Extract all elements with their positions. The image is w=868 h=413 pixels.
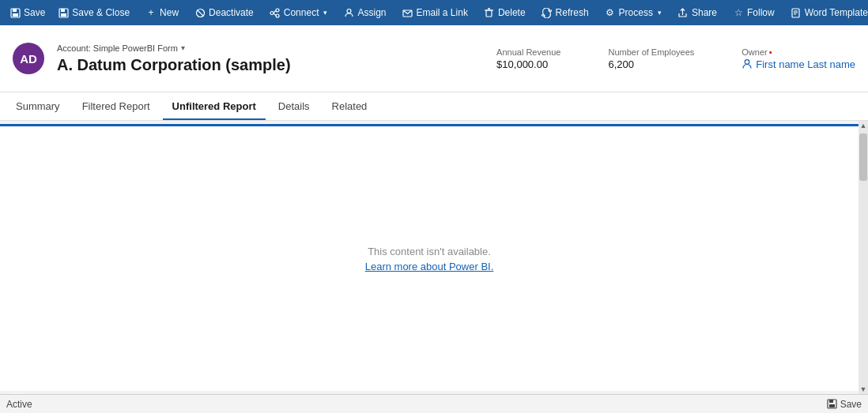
svg-rect-25 (829, 400, 833, 403)
annual-revenue-field: Annual Revenue $10,000.00 (496, 47, 560, 70)
process-icon: ⚙ (605, 7, 616, 18)
delete-icon (484, 7, 495, 18)
share-button[interactable]: Share (671, 0, 723, 25)
share-icon (677, 7, 689, 18)
account-info: Account: Simple PowerBI Form ▾ A. Datum … (57, 43, 484, 74)
svg-point-10 (276, 14, 279, 17)
employees-value: 6,200 (608, 58, 694, 70)
follow-button[interactable]: ☆ Follow (726, 0, 781, 25)
toolbar: Save Save & Close + New Deactivate Conne… (0, 0, 868, 25)
refresh-button[interactable]: Refresh (535, 0, 595, 25)
assign-button[interactable]: Assign (337, 0, 392, 25)
connect-dropdown-arrow: ▾ (323, 9, 327, 17)
connect-icon (270, 7, 281, 18)
report-unavailable-text: This content isn't available. (368, 246, 491, 257)
save-icon (9, 7, 21, 18)
employees-field: Number of Employees 6,200 (608, 47, 694, 70)
tab-filtered-report[interactable]: Filtered Report (73, 93, 160, 120)
svg-rect-26 (829, 404, 835, 407)
process-button[interactable]: ⚙ Process ▾ (598, 0, 668, 25)
svg-line-7 (197, 9, 203, 16)
new-icon: + (145, 7, 157, 18)
breadcrumb: Account: Simple PowerBI Form ▾ (57, 43, 484, 53)
svg-rect-2 (13, 13, 18, 17)
new-button[interactable]: + New (139, 0, 185, 25)
svg-point-8 (270, 11, 274, 14)
email-link-label: Email a Link (417, 7, 468, 18)
delete-label: Delete (498, 7, 526, 18)
tab-related[interactable]: Related (323, 93, 377, 120)
status-bar: Active Save (0, 394, 868, 413)
process-dropdown-arrow: ▾ (658, 9, 662, 17)
svg-rect-5 (61, 13, 66, 17)
save-close-label: Save & Close (72, 7, 130, 18)
scrollbar-thumb[interactable] (859, 133, 867, 181)
employees-label: Number of Employees (608, 47, 694, 57)
owner-label: Owner• (742, 47, 855, 57)
save-button[interactable]: Save (3, 0, 51, 25)
email-link-button[interactable]: Email a Link (396, 0, 474, 25)
tab-unfiltered-report[interactable]: Unfiltered Report (163, 93, 266, 120)
save-close-button[interactable]: Save & Close (51, 0, 136, 25)
deactivate-label: Deactivate (209, 7, 254, 18)
status-save-icon (827, 399, 837, 409)
assign-icon (343, 7, 354, 18)
refresh-icon (542, 7, 553, 18)
share-label: Share (692, 7, 717, 18)
breadcrumb-text: Account: Simple PowerBI Form (57, 43, 178, 53)
connect-button[interactable]: Connect ▾ (263, 0, 334, 25)
save-close-icon (58, 7, 69, 18)
breadcrumb-arrow: ▾ (181, 43, 185, 52)
avatar: AD (13, 43, 44, 74)
required-indicator: • (769, 47, 772, 57)
svg-rect-15 (486, 10, 492, 17)
scrollbar-track[interactable]: ▲ ▼ (859, 121, 868, 394)
follow-label: Follow (747, 7, 775, 18)
deactivate-icon (194, 7, 206, 18)
report-frame: This content isn't available. Learn more… (0, 124, 859, 391)
save-label: Save (24, 7, 45, 18)
follow-icon: ☆ (733, 7, 744, 18)
content-area: This content isn't available. Learn more… (0, 121, 868, 394)
process-label: Process (619, 7, 653, 18)
tab-summary[interactable]: Summary (6, 93, 70, 120)
status-label: Active (6, 399, 32, 410)
scrollbar-down-arrow[interactable]: ▼ (859, 385, 868, 394)
assign-label: Assign (357, 7, 386, 18)
owner-value[interactable]: First name Last name (742, 58, 855, 70)
email-link-icon (402, 7, 413, 18)
owner-field: Owner• First name Last name (742, 47, 855, 70)
annual-revenue-value: $10,000.00 (496, 58, 560, 70)
learn-more-link[interactable]: Learn more about Power BI. (365, 261, 494, 272)
svg-point-9 (276, 9, 279, 12)
refresh-label: Refresh (556, 7, 589, 18)
account-header: AD Account: Simple PowerBI Form ▾ A. Dat… (0, 25, 868, 92)
tabs-bar: Summary Filtered Report Unfiltered Repor… (0, 92, 868, 121)
annual-revenue-label: Annual Revenue (496, 47, 560, 57)
account-name: A. Datum Corporation (sample) (57, 56, 484, 74)
delete-button[interactable]: Delete (477, 0, 532, 25)
deactivate-button[interactable]: Deactivate (188, 0, 260, 25)
owner-name: First name Last name (756, 58, 855, 70)
svg-point-13 (347, 9, 351, 13)
svg-line-11 (274, 10, 276, 13)
svg-line-12 (274, 13, 276, 16)
report-content: This content isn't available. Learn more… (0, 126, 859, 391)
connect-label: Connect (284, 7, 319, 18)
header-fields: Annual Revenue $10,000.00 Number of Empl… (496, 47, 855, 70)
word-templates-label: Word Templates (805, 7, 868, 18)
status-save-button[interactable]: Save (827, 399, 862, 410)
new-label: New (160, 7, 179, 18)
svg-rect-1 (13, 9, 17, 12)
word-templates-icon (791, 7, 802, 18)
status-save-label: Save (840, 399, 862, 410)
owner-person-icon (742, 58, 753, 69)
svg-point-23 (745, 60, 749, 65)
tab-details[interactable]: Details (269, 93, 319, 120)
svg-rect-4 (61, 9, 65, 12)
scrollbar-up-arrow[interactable]: ▲ (859, 121, 868, 130)
word-templates-button[interactable]: Word Templates ▾ (784, 0, 868, 25)
